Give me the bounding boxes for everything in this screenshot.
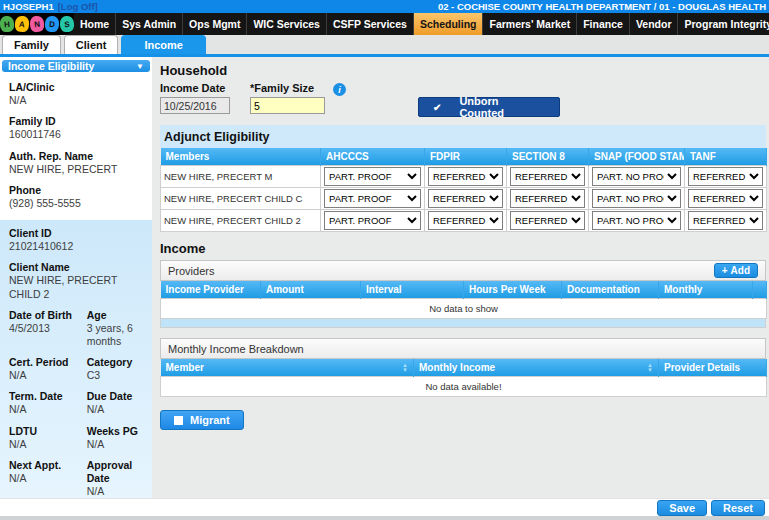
save-button[interactable]: Save bbox=[657, 500, 707, 516]
family-size-label: *Family Size bbox=[250, 82, 325, 94]
field-next-appt: Next Appt. N/A bbox=[9, 459, 87, 498]
col-monthly-income[interactable]: ▲▼ Monthly Income bbox=[414, 359, 659, 377]
reset-button[interactable]: Reset bbox=[711, 500, 765, 516]
sort-icon[interactable]: ▲▼ bbox=[402, 363, 408, 372]
col-monthly: Monthly bbox=[659, 281, 753, 299]
col-provider-details: Provider Details bbox=[659, 359, 767, 377]
income-date-label: Income Date bbox=[160, 82, 230, 94]
chevron-down-icon: ▼ bbox=[136, 62, 144, 71]
dropdown-label: Income Eligibility bbox=[8, 60, 94, 72]
agency-title: 02 - COCHISE COUNTY HEALTH DEPARTMENT / … bbox=[438, 1, 766, 12]
menu-wic-services[interactable]: WIC Services bbox=[247, 13, 327, 35]
col-hours-per-week: Hours Per Week bbox=[464, 281, 562, 299]
sidebar: Income Eligibility ▼ LA/Clinic N/A Famil… bbox=[0, 57, 152, 517]
migrant-button[interactable]: Migrant bbox=[160, 410, 244, 430]
hand-icon: S bbox=[59, 16, 74, 33]
adjunct-title: Adjunct Eligibility bbox=[164, 130, 270, 144]
ahcccs-select[interactable]: PART. PROOF bbox=[324, 211, 421, 230]
checkbox-icon bbox=[174, 416, 183, 425]
field-auth-rep-name: Auth. Rep. Name NEW HIRE, PRECERT bbox=[9, 150, 143, 176]
col-income-provider: Income Provider bbox=[161, 281, 261, 299]
top-bar: HJOSEPH1 [Log Off] 02 - COCHISE COUNTY H… bbox=[0, 0, 769, 13]
field-ldtu: LDTU N/A bbox=[9, 425, 87, 451]
field-category: Category C3 bbox=[87, 356, 143, 382]
member-name: NEW HIRE, PRECERT CHILD 2 bbox=[161, 210, 321, 232]
income-grid-footer bbox=[160, 319, 766, 328]
fdpir-select[interactable]: REFERRED bbox=[428, 189, 503, 208]
section8-select[interactable]: REFERRED bbox=[510, 211, 585, 230]
col-snap: SNAP (FOOD STAMPS) bbox=[589, 148, 685, 166]
family-size-input[interactable] bbox=[250, 97, 325, 114]
field-client-name: Client Name NEW HIRE, PRECERT CHILD 2 bbox=[9, 261, 143, 300]
menu-farmers-market[interactable]: Farmers' Market bbox=[483, 13, 577, 35]
menu-ops-mgmt[interactable]: Ops Mgmt bbox=[183, 13, 247, 35]
col-documentation: Documentation bbox=[562, 281, 659, 299]
field-family-id: Family ID 160011746 bbox=[9, 115, 143, 141]
adjunct-row: NEW HIRE, PRECERT CHILD C PART. PROOF RE… bbox=[161, 188, 767, 210]
adjunct-table: Members AHCCCS FDPIR SECTION 8 SNAP (FOO… bbox=[160, 148, 767, 232]
tab-family[interactable]: Family bbox=[2, 35, 61, 54]
menu-vendor[interactable]: Vendor bbox=[630, 13, 679, 35]
log-off-link[interactable]: [Log Off] bbox=[58, 1, 98, 12]
providers-panel-title: Providers bbox=[168, 265, 214, 277]
field-term-date: Term. Date N/A bbox=[9, 390, 87, 416]
col-amount: Amount bbox=[261, 281, 361, 299]
info-icon[interactable]: i bbox=[333, 83, 346, 96]
tanf-select[interactable]: REFERRED bbox=[688, 167, 763, 186]
menu-sys-admin[interactable]: Sys Admin bbox=[116, 13, 183, 35]
tanf-select[interactable]: REFERRED bbox=[688, 189, 763, 208]
field-age: Age 3 years, 6 months bbox=[87, 309, 143, 348]
member-name: NEW HIRE, PRECERT M bbox=[161, 166, 321, 188]
hand-icon: D bbox=[44, 16, 59, 33]
sort-icon[interactable]: ▲▼ bbox=[647, 363, 653, 372]
breakdown-empty-message: No data available! bbox=[161, 377, 767, 397]
col-member[interactable]: ▲▼ Member bbox=[161, 359, 414, 377]
menu-program-integrity[interactable]: Program Integrity bbox=[678, 13, 769, 35]
hand-icon: H bbox=[0, 16, 15, 33]
field-phone: Phone (928) 555-5555 bbox=[9, 184, 143, 210]
ahcccs-select[interactable]: PART. PROOF bbox=[324, 167, 421, 186]
menu-csfp-services[interactable]: CSFP Services bbox=[327, 13, 414, 35]
menu-finance[interactable]: Finance bbox=[577, 13, 630, 35]
hand-icon: A bbox=[14, 15, 29, 32]
fdpir-select[interactable]: REFERRED bbox=[428, 167, 503, 186]
field-la-clinic: LA/Clinic N/A bbox=[9, 81, 143, 107]
income-date-input[interactable] bbox=[160, 97, 230, 114]
client-summary: Client ID 21021410612 Client Name NEW HI… bbox=[0, 220, 152, 508]
ahcccs-select[interactable]: PART. PROOF bbox=[324, 189, 421, 208]
field-cert-period: Cert. Period N/A bbox=[9, 356, 87, 382]
col-tanf: TANF bbox=[685, 148, 767, 166]
unborn-counted-button[interactable]: ✔ Unborn Counted bbox=[418, 97, 560, 117]
snap-select[interactable]: PART. NO PROOF bbox=[592, 189, 681, 208]
tanf-select[interactable]: REFERRED bbox=[688, 211, 763, 230]
income-eligibility-dropdown[interactable]: Income Eligibility ▼ bbox=[2, 60, 150, 72]
add-provider-button[interactable]: + Add bbox=[714, 263, 758, 278]
hand-icon: N bbox=[29, 15, 45, 32]
adjunct-band: Adjunct Eligibility bbox=[160, 125, 766, 148]
adjunct-row: NEW HIRE, PRECERT CHILD 2 PART. PROOF RE… bbox=[161, 210, 767, 232]
col-members: Members bbox=[161, 148, 321, 166]
income-empty-message: No data to show bbox=[161, 299, 767, 319]
breakdown-table: ▲▼ Member ▲▼ Monthly Income Provider Det… bbox=[160, 359, 767, 397]
income-providers-table: Income Provider Amount Interval Hours Pe… bbox=[160, 281, 767, 319]
section8-select[interactable]: REFERRED bbox=[510, 167, 585, 186]
col-fdpir: FDPIR bbox=[425, 148, 507, 166]
breakdown-panel-title: Monthly Income Breakdown bbox=[168, 343, 304, 355]
tab-income[interactable]: Income bbox=[121, 35, 206, 54]
family-summary: LA/Clinic N/A Family ID 160011746 Auth. … bbox=[0, 74, 152, 220]
col-spacer bbox=[753, 281, 767, 299]
menu-home[interactable]: Home bbox=[74, 13, 116, 35]
plus-icon: + bbox=[722, 265, 728, 276]
section8-select[interactable]: REFERRED bbox=[510, 189, 585, 208]
snap-select[interactable]: PART. NO PROOF bbox=[592, 167, 681, 186]
providers-panel-header: Providers + Add bbox=[160, 260, 766, 281]
household-title: Household bbox=[160, 63, 766, 78]
tab-client[interactable]: Client bbox=[64, 35, 119, 54]
username: HJOSEPH1 bbox=[3, 1, 54, 12]
snap-select[interactable]: PART. NO PROOF bbox=[592, 211, 681, 230]
adjunct-row: NEW HIRE, PRECERT M PART. PROOF REFERRED… bbox=[161, 166, 767, 188]
hands-logo: H A N D S bbox=[0, 13, 74, 35]
fdpir-select[interactable]: REFERRED bbox=[428, 211, 503, 230]
menu-scheduling[interactable]: Scheduling bbox=[414, 13, 484, 35]
breakdown-panel-header: Monthly Income Breakdown bbox=[160, 338, 766, 359]
